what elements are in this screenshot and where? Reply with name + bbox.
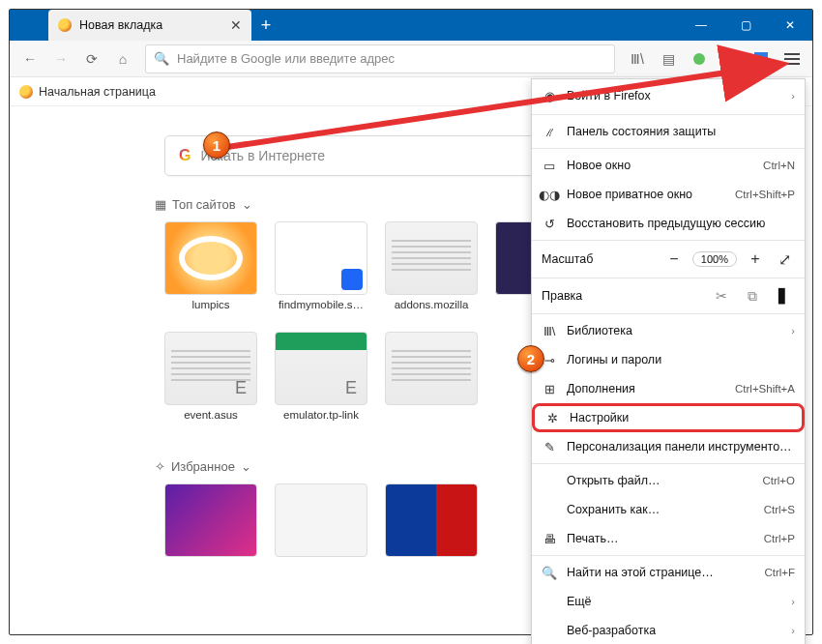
menu-edit: Правка ✂ ⧉ ▋	[532, 280, 805, 311]
site-tile[interactable]	[385, 332, 478, 421]
library-icon: Ⅲ\	[542, 323, 557, 338]
annotation-marker-2: 2	[517, 345, 544, 372]
sidebar-icon[interactable]: ▤	[654, 44, 683, 73]
chevron-down-icon: ⌄	[242, 197, 252, 212]
home-button[interactable]: ⌂	[108, 44, 137, 73]
cut-icon[interactable]: ✂	[710, 288, 733, 304]
maximize-button[interactable]: ▢	[723, 10, 768, 41]
fullscreen-button[interactable]: ⤢	[774, 250, 795, 269]
annotation-marker-1: 1	[203, 132, 230, 159]
menu-find[interactable]: 🔍 Найти на этой странице…Ctrl+F	[532, 558, 805, 587]
shield-icon: ⫽	[542, 124, 557, 139]
site-tile[interactable]: Eemulator.tp-link	[275, 332, 367, 421]
mask-icon: ◐◑	[542, 187, 557, 202]
zoom-level[interactable]: 100%	[692, 251, 737, 267]
site-tile[interactable]	[164, 483, 257, 557]
chevron-right-icon: ›	[791, 596, 795, 607]
puzzle-icon: ⊞	[542, 381, 557, 396]
site-tile[interactable]: findmymobile.s…	[275, 221, 367, 310]
site-tile[interactable]	[385, 483, 478, 557]
gear-icon: ✲	[544, 410, 560, 425]
chevron-down-icon: ⌄	[241, 459, 251, 474]
menu-webdev[interactable]: Веб-разработка›	[532, 616, 805, 644]
menu-addons[interactable]: ⊞ Дополнения Ctrl+Shift+A	[532, 374, 805, 403]
menu-library[interactable]: Ⅲ\ Библиотека ›	[532, 316, 805, 345]
menu-open-file[interactable]: Открыть файл…Ctrl+O	[532, 466, 805, 495]
menu-new-private[interactable]: ◐◑ Новое приватное окно Ctrl+Shift+P	[532, 180, 805, 209]
menu-more[interactable]: Ещё›	[532, 587, 805, 616]
reload-button[interactable]: ⟳	[77, 44, 106, 73]
urlbar-placeholder: Найдите в Google или введите адрес	[177, 51, 395, 66]
menu-customize[interactable]: ✎ Персонализация панели инструментов…	[532, 432, 805, 461]
account-icon[interactable]	[685, 44, 714, 73]
window-controls: — ▢ ✕	[679, 10, 812, 41]
menu-zoom: Масштаб − 100% + ⤢	[532, 243, 805, 276]
menu-print[interactable]: 🖶 Печать…Ctrl+P	[532, 524, 805, 553]
window-icon: ▭	[542, 158, 557, 173]
new-tab-button[interactable]: +	[251, 10, 280, 41]
close-tab-icon[interactable]: ✕	[230, 17, 242, 33]
menu-protection[interactable]: ⫽ Панель состояния защиты	[532, 117, 805, 146]
site-tile[interactable]: Eevent.asus	[164, 332, 257, 421]
site-tile[interactable]: lumpics	[164, 221, 257, 310]
extension-icon[interactable]	[716, 44, 745, 73]
bookmark-home[interactable]: Начальная страница	[39, 85, 156, 99]
paste-icon[interactable]: ▋	[772, 288, 795, 304]
tab-title: Новая вкладка	[79, 18, 162, 32]
menu-new-window[interactable]: ▭ Новое окно Ctrl+N	[532, 151, 805, 180]
close-window-button[interactable]: ✕	[768, 10, 812, 41]
chevron-right-icon: ›	[791, 325, 795, 337]
titlebar: Новая вкладка ✕ + — ▢ ✕	[10, 10, 812, 41]
chevron-right-icon: ›	[791, 625, 795, 636]
site-tile[interactable]	[275, 483, 367, 557]
back-button[interactable]: ←	[15, 44, 44, 73]
menu-restore-session[interactable]: ↺ Восстановить предыдущую сессию	[532, 209, 805, 238]
toolbar: ← → ⟳ ⌂ 🔍 Найдите в Google или введите а…	[10, 41, 812, 77]
restore-icon: ↺	[542, 216, 557, 231]
brush-icon: ✎	[542, 439, 557, 454]
browser-tab[interactable]: Новая вкладка ✕	[48, 10, 251, 41]
grid-icon: ▦	[155, 197, 166, 212]
app-menu: ◉ Войти в Firefox › ⫽ Панель состояния з…	[531, 78, 806, 644]
firefox-icon	[58, 18, 72, 32]
zoom-in-button[interactable]: +	[745, 250, 766, 268]
print-icon: 🖶	[542, 531, 557, 546]
menu-button[interactable]	[778, 44, 807, 73]
copy-icon[interactable]: ⧉	[741, 288, 764, 305]
forward-button[interactable]: →	[46, 44, 75, 73]
app-icon[interactable]	[747, 44, 776, 73]
search-icon: 🔍	[154, 51, 169, 66]
url-bar[interactable]: 🔍 Найдите в Google или введите адрес	[145, 44, 615, 73]
chevron-right-icon: ›	[791, 90, 795, 102]
zoom-out-button[interactable]: −	[663, 250, 685, 268]
site-tile[interactable]: addons.mozilla	[385, 221, 478, 310]
menu-logins[interactable]: ⊸ Логины и пароли	[532, 345, 805, 374]
firefox-icon	[19, 85, 33, 99]
user-icon: ◉	[542, 88, 557, 103]
menu-settings[interactable]: ✲ Настройки	[532, 403, 805, 432]
search-icon: 🔍	[542, 565, 557, 580]
minimize-button[interactable]: —	[679, 10, 723, 41]
menu-save-as[interactable]: Сохранить как…Ctrl+S	[532, 495, 805, 524]
google-icon: G	[179, 147, 191, 164]
menu-signin[interactable]: ◉ Войти в Firefox ›	[532, 79, 805, 112]
library-icon[interactable]: Ⅲ\	[623, 44, 652, 73]
star-icon: ✧	[155, 459, 165, 474]
